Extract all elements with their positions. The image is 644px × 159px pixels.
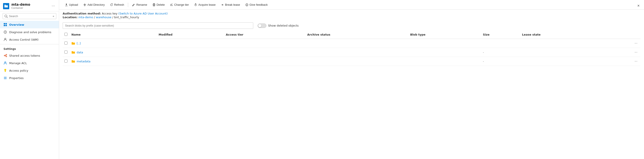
sidebar: mta-demo Container ··· « Overview Diagno… [0,0,59,159]
give-feedback-button[interactable]: Give feedback [243,2,270,8]
select-all-header [63,31,70,39]
table-area: Name Modified Access tier Archive status… [59,31,644,159]
close-button[interactable]: × [637,4,640,8]
sidebar-item-shared-access[interactable]: Shared access tokens [0,52,59,59]
auth-switch-link[interactable]: (Switch to Azure AD User Account) [118,12,168,15]
row-blob-type [408,48,481,57]
row-more-button[interactable]: ··· [633,41,639,46]
row-checkbox[interactable] [64,50,68,54]
collapse-button[interactable]: « [52,15,54,18]
delete-button[interactable]: Delete [150,2,167,8]
col-modified: Modified [157,31,224,39]
row-archive-status [305,57,408,66]
main-content: Upload Add Directory Refresh Rename [59,0,644,159]
info-bar: Authentication method: Access key (Switc… [59,10,644,21]
sidebar-item-properties[interactable]: Properties [0,74,59,82]
row-modified [157,39,224,48]
location-current: bnt_traffic_hourly [114,16,139,19]
sidebar-item-label: Access Control (IAM) [9,38,38,41]
row-archive-status [305,39,408,48]
row-more-button[interactable]: ··· [633,59,639,64]
table-row: [..]··· [63,39,640,48]
break-icon [221,3,224,6]
table-row: metadata-··· [63,57,640,66]
sidebar-item-label: Access policy [9,69,28,72]
rename-icon [132,3,135,6]
col-size: Size [481,31,520,39]
search-icon [4,15,8,18]
table-body: [..]···data-···metadata-··· [63,39,640,66]
row-modified [157,48,224,57]
access-policy-icon [4,69,7,72]
refresh-button[interactable]: Refresh [108,2,126,8]
row-access-tier [224,48,306,57]
row-checkbox[interactable] [64,42,68,45]
table-header: Name Modified Access tier Archive status… [63,31,640,39]
properties-icon [4,76,7,80]
settings-section-label: Settings [0,44,59,52]
change-tier-button[interactable]: Change tier [168,2,191,8]
location-label: Location: [63,16,78,19]
break-lease-button[interactable]: Break lease [218,2,242,8]
auth-label: Authentication method: [63,12,101,15]
sidebar-item-label: Diagnose and solve problems [9,31,51,34]
sidebar-item-manage-acl[interactable]: Manage ACL [0,59,59,67]
rename-button[interactable]: Rename [130,2,149,8]
svg-point-15 [195,4,196,6]
location-row: Location: mta-demo / warehouse / bnt_tra… [63,16,640,19]
toolbar-divider [128,3,128,7]
upload-icon [65,3,68,6]
select-all-checkbox[interactable] [64,33,68,36]
search-input[interactable] [9,15,50,18]
blob-search-input[interactable] [63,22,253,29]
sidebar-item-diagnose[interactable]: Diagnose and solve problems [0,28,59,36]
sidebar-more-button[interactable]: ··· [51,3,56,9]
show-deleted-toggle[interactable] [258,24,266,28]
iam-icon [4,38,7,41]
location-link-mtademo[interactable]: mta-demo [78,16,94,19]
toggle-label: Show deleted objects [268,24,298,27]
row-blob-type [408,57,481,66]
col-access-tier: Access tier [224,31,306,39]
sidebar-item-access-policy[interactable]: Access policy [0,67,59,74]
sidebar-item-access-control[interactable]: Access Control (IAM) [0,36,59,43]
row-size: - [481,48,520,57]
table-row: data-··· [63,48,640,57]
sidebar-item-label: Manage ACL [9,61,27,65]
add-directory-button[interactable]: Add Directory [81,2,107,8]
col-lease-state: Lease state [520,31,606,39]
delete-icon [152,3,156,6]
feedback-icon [245,3,248,6]
row-more-button[interactable]: ··· [633,50,639,55]
col-archive-status: Archive status [305,31,408,39]
refresh-icon [110,3,113,6]
sidebar-search-area: « [0,12,59,21]
row-name[interactable]: data [77,51,83,54]
location-link-warehouse[interactable]: warehouse [96,16,112,19]
row-checkbox[interactable] [64,59,68,63]
sidebar-title: mta-demo [12,3,49,7]
plus-icon [83,3,86,6]
svg-point-7 [4,38,6,40]
toolbar: Upload Add Directory Refresh Rename [59,0,644,10]
location-sep-1: / [94,16,96,19]
sidebar-item-overview[interactable]: Overview [0,21,59,28]
row-modified [157,57,224,66]
row-name[interactable]: metadata [77,60,90,63]
row-name[interactable]: [..] [77,42,80,45]
row-access-tier [224,57,306,66]
acquire-lease-button[interactable]: Acquire lease [192,2,218,8]
svg-rect-4 [4,25,5,26]
folder-icon [72,59,75,63]
folder-icon [72,42,75,45]
col-blob-type: Blob type [408,31,481,39]
sidebar-subtitle: Container [12,7,49,10]
col-name: Name [70,31,157,39]
svg-rect-5 [6,25,7,26]
sidebar-item-label: Overview [9,23,24,26]
svg-point-8 [4,55,5,56]
upload-button[interactable]: Upload [63,2,80,8]
sidebar-item-label: Properties [9,76,24,80]
row-blob-type [408,39,481,48]
manage-acl-icon [4,61,7,65]
